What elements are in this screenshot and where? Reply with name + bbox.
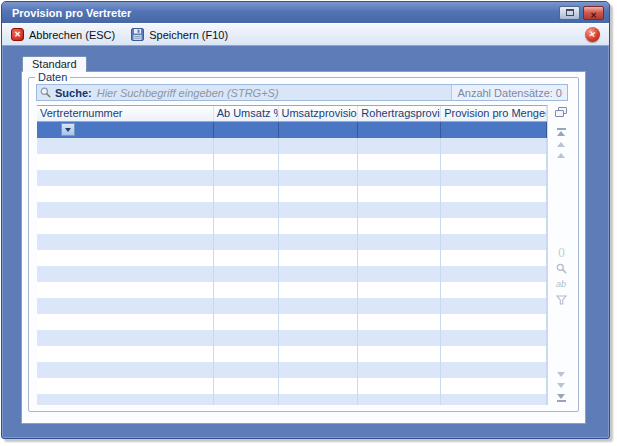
restore-button[interactable] — [559, 6, 580, 20]
table-cell — [441, 394, 547, 405]
table-cell — [37, 378, 214, 394]
table-cell — [279, 186, 359, 202]
table-cell — [214, 186, 279, 202]
column-header[interactable]: Provision pro Menge(Einheit) — [441, 106, 547, 121]
table-row[interactable] — [37, 170, 547, 186]
save-button[interactable]: Speichern (F10) — [131, 28, 228, 41]
cancel-icon — [11, 28, 24, 41]
table-cell — [358, 202, 441, 218]
abort-icon[interactable] — [585, 27, 600, 42]
table-cell — [441, 266, 547, 282]
table-cell — [37, 154, 214, 170]
table-cell — [214, 250, 279, 266]
table-cell — [214, 346, 279, 362]
toolbar: Abbrechen (ESC) Speichern (F10) — [2, 23, 609, 46]
table-cell — [279, 154, 359, 170]
column-header[interactable]: Ab Umsatz % — [214, 106, 279, 121]
table-row[interactable] — [37, 266, 547, 282]
table-cell — [358, 154, 441, 170]
table-cell — [358, 218, 441, 234]
search-zoom-icon[interactable] — [556, 263, 567, 274]
search-label: Suche: — [55, 87, 92, 99]
table-cell — [441, 186, 547, 202]
table-row[interactable] — [37, 394, 547, 405]
filter-icon[interactable] — [556, 295, 567, 305]
cancel-button[interactable]: Abbrechen (ESC) — [11, 28, 115, 41]
table-cell — [279, 394, 359, 405]
table-row[interactable] — [37, 138, 547, 154]
titlebar: Provision pro Vertreter — [2, 2, 609, 23]
table-cell — [441, 378, 547, 394]
table-row[interactable] — [37, 378, 547, 394]
move-down-icon[interactable] — [557, 383, 565, 388]
table-cell — [279, 330, 359, 346]
prev-row-icon[interactable] — [557, 153, 565, 158]
table-cell — [358, 330, 441, 346]
table-cell — [37, 330, 214, 346]
table-cell — [37, 202, 214, 218]
next-row-icon[interactable] — [557, 372, 565, 377]
table-row[interactable] — [37, 218, 547, 234]
table-cell — [279, 202, 359, 218]
table-cell — [441, 138, 547, 154]
column-chooser-icon[interactable] — [555, 107, 568, 119]
table-cell — [279, 138, 359, 154]
save-icon — [131, 28, 144, 41]
table-row[interactable] — [37, 330, 547, 346]
table-cell — [37, 298, 214, 314]
table-cell — [358, 234, 441, 250]
groupbox-label: Daten — [35, 71, 70, 83]
restore-icon — [566, 9, 574, 16]
table-row[interactable] — [37, 202, 547, 218]
table-cell — [214, 282, 279, 298]
table-cell — [358, 250, 441, 266]
table-row[interactable] — [37, 282, 547, 298]
table-row[interactable] — [37, 298, 547, 314]
table-cell — [358, 346, 441, 362]
search-placeholder: Hier Suchbegriff eingeben (STRG+S) — [97, 87, 279, 99]
table-cell — [37, 234, 214, 250]
close-button[interactable] — [583, 6, 604, 20]
column-header[interactable]: Umsatzprovision — [279, 106, 359, 121]
tab-standard[interactable]: Standard — [22, 56, 87, 72]
table-cell — [441, 234, 547, 250]
column-header[interactable]: Rohertragsprovision — [358, 106, 441, 121]
table-cell — [214, 266, 279, 282]
table-row[interactable] — [37, 250, 547, 266]
scroll-top-icon[interactable] — [557, 128, 566, 136]
table-cell — [37, 266, 214, 282]
table-cell — [37, 250, 214, 266]
table-row[interactable] — [37, 122, 547, 138]
table-row[interactable] — [37, 362, 547, 378]
table-row[interactable] — [37, 234, 547, 250]
table-cell — [214, 122, 279, 138]
table-cell — [279, 362, 359, 378]
table-cell — [441, 154, 547, 170]
table-row[interactable] — [37, 346, 547, 362]
table-cell — [214, 330, 279, 346]
table-cell — [37, 362, 214, 378]
table-cell — [358, 314, 441, 330]
content-panel: Daten Suche: Hier Suchbegriff eingeben (… — [21, 71, 586, 424]
row-combo-dropdown[interactable] — [61, 123, 75, 136]
column-header[interactable]: Vertreternummer — [37, 106, 214, 121]
save-label: Speichern (F10) — [149, 29, 228, 41]
brackets-icon[interactable] — [558, 248, 564, 257]
scroll-bottom-icon[interactable] — [557, 394, 566, 402]
table-row[interactable] — [37, 314, 547, 330]
table-cell — [279, 266, 359, 282]
table-cell — [441, 298, 547, 314]
move-up-icon[interactable] — [557, 142, 565, 147]
search-input[interactable]: Suche: Hier Suchbegriff eingeben (STRG+S… — [36, 84, 568, 101]
table-cell — [37, 394, 214, 405]
table-cell — [358, 362, 441, 378]
table-cell — [441, 202, 547, 218]
table-cell — [37, 346, 214, 362]
search-icon — [40, 87, 51, 98]
table-cell — [441, 346, 547, 362]
table-cell — [358, 282, 441, 298]
table-cell — [37, 186, 214, 202]
table-row[interactable] — [37, 186, 547, 202]
table-row[interactable] — [37, 154, 547, 170]
edit-ab-icon[interactable] — [556, 280, 566, 289]
